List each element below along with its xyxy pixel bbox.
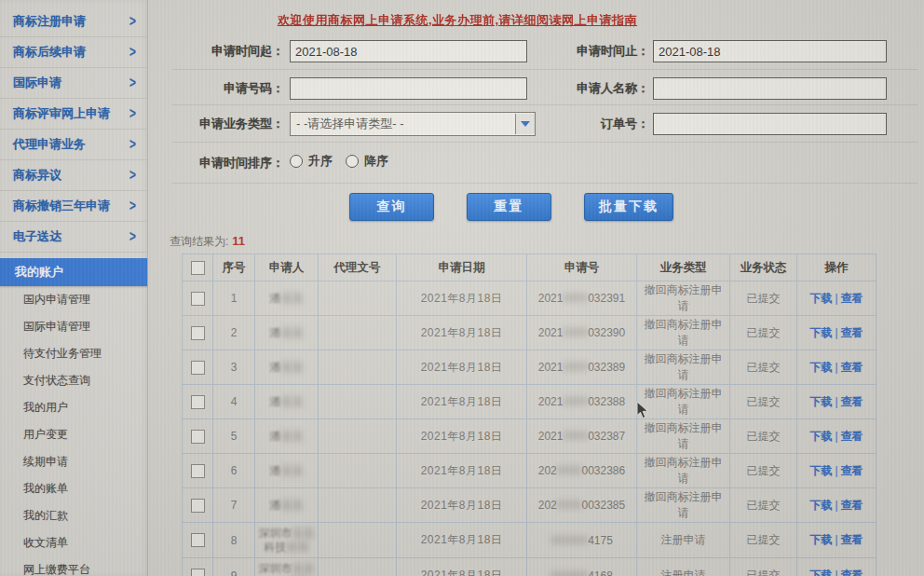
row-checkbox[interactable] — [191, 533, 205, 547]
applicant-redacted-text: 某某 — [281, 430, 304, 443]
view-link[interactable]: 查看 — [841, 361, 863, 374]
sidebar-sub-item[interactable]: 收文清单 — [0, 529, 147, 556]
batch-download-button[interactable]: 批量下载 — [584, 193, 673, 221]
download-link[interactable]: 下载 — [809, 430, 832, 443]
application-number-suffix: 4168 — [588, 569, 613, 576]
row-business-type: 撤回商标注册申请 — [637, 350, 730, 385]
application-number-redacted: 0000 — [563, 326, 588, 339]
download-link[interactable]: 下载 — [809, 533, 832, 546]
row-agent-number — [319, 350, 397, 385]
sidebar-sub-item[interactable]: 国内申请管理 — [0, 286, 147, 313]
sidebar-sub-item[interactable]: 我的用户 — [0, 394, 147, 421]
dropdown-arrow-icon[interactable] — [515, 114, 535, 134]
applicant-redacted-text: 某某 — [292, 562, 315, 575]
row-application-date: 2021年8月18日 — [397, 454, 527, 488]
sidebar-item[interactable]: 电子送达> — [0, 222, 147, 253]
row-applicant: 潘某某 — [255, 419, 319, 454]
application-number-prefix: 2021 — [538, 430, 564, 443]
reset-button[interactable]: 重置 — [467, 193, 551, 221]
view-link[interactable]: 查看 — [841, 499, 863, 512]
sidebar-sub-item[interactable]: 续期申请 — [0, 448, 147, 475]
download-link[interactable]: 下载 — [809, 395, 832, 408]
row-business-status: 已提交 — [730, 316, 797, 350]
select-all-checkbox[interactable] — [191, 261, 205, 275]
view-link[interactable]: 查看 — [841, 326, 863, 339]
sidebar-sub-item[interactable]: 网上缴费平台 — [0, 556, 147, 576]
application-number-prefix: 2021 — [538, 395, 564, 408]
download-link[interactable]: 下载 — [809, 569, 832, 576]
row-checkbox[interactable] — [191, 499, 205, 513]
row-application-number: 20210000032388 — [527, 385, 637, 419]
row-business-status: 已提交 — [730, 281, 797, 316]
row-business-type: 撤回商标注册申请 — [637, 385, 730, 419]
table-row: 1潘某某2021年8月18日20210000032391撤回商标注册申请已提交下… — [183, 281, 876, 316]
date-from-input[interactable] — [290, 40, 527, 62]
sidebar-item[interactable]: 商标后续申请> — [0, 37, 147, 68]
download-link[interactable]: 下载 — [809, 326, 832, 339]
sidebar: 商标注册申请>商标后续申请>国际申请>商标评审网上申请>代理申请业务>商标异议>… — [0, 0, 148, 576]
row-checkbox[interactable] — [191, 326, 205, 340]
sidebar-sub-item[interactable]: 我的账单 — [0, 475, 147, 502]
row-checkbox-cell — [183, 316, 213, 350]
sidebar-item[interactable]: 商标异议> — [0, 160, 147, 191]
application-number-redacted: 0000 — [563, 395, 588, 408]
row-checkbox[interactable] — [191, 361, 205, 375]
view-link[interactable]: 查看 — [841, 395, 863, 408]
view-link[interactable]: 查看 — [841, 569, 863, 576]
view-link[interactable]: 查看 — [841, 533, 863, 546]
sidebar-item[interactable]: 商标注册申请> — [0, 7, 147, 37]
download-link[interactable]: 下载 — [809, 499, 832, 512]
application-number-prefix: 202 — [538, 499, 557, 512]
date-to-input[interactable] — [653, 40, 887, 62]
view-link[interactable]: 查看 — [841, 292, 863, 305]
sidebar-item[interactable]: 商标撤销三年申请> — [0, 191, 147, 222]
sidebar-item[interactable]: 商标评审网上申请> — [0, 99, 147, 130]
sidebar-item-label: 代理申请业务 — [13, 130, 86, 159]
row-operations: 下载|查看 — [797, 558, 876, 576]
business-type-select[interactable]: - -请选择申请类型- - — [290, 112, 536, 136]
sidebar-sub-item[interactable]: 待支付业务管理 — [0, 340, 147, 367]
sidebar-sub-item[interactable]: 我的汇款 — [0, 502, 147, 529]
row-checkbox[interactable] — [191, 464, 205, 478]
view-link[interactable]: 查看 — [841, 464, 863, 477]
query-button[interactable]: 查询 — [349, 193, 434, 221]
row-checkbox[interactable] — [191, 430, 205, 444]
sidebar-item-my-account[interactable]: 我的账户 — [0, 258, 147, 286]
row-checkbox[interactable] — [191, 395, 205, 409]
row-application-date: 2021年8月18日 — [397, 523, 527, 558]
sort-ascending-label: 升序 — [308, 153, 333, 170]
row-checkbox[interactable] — [191, 292, 205, 306]
table-header-row: 序号申请人代理文号申请日期申请号业务类型业务状态操作 — [183, 254, 876, 281]
sidebar-sub-item[interactable]: 国际申请管理 — [0, 313, 147, 340]
applicant-redacted-text: 某某 — [281, 395, 304, 408]
row-operations: 下载|查看 — [797, 281, 876, 316]
sort-descending-radio[interactable] — [346, 155, 359, 168]
row-seq: 7 — [213, 488, 255, 523]
application-number-prefix: 2021 — [538, 326, 564, 339]
download-link[interactable]: 下载 — [809, 361, 832, 374]
applicant-visible-text: 科技 — [265, 541, 287, 554]
row-agent-number — [319, 488, 397, 523]
applicant-visible-text: 潘 — [270, 430, 281, 443]
row-business-status: 已提交 — [730, 488, 797, 523]
sort-descending-label: 降序 — [364, 153, 388, 170]
sort-ascending-radio[interactable] — [290, 155, 303, 168]
sort-order-label: 申请时间排序： — [172, 155, 284, 171]
row-seq: 1 — [213, 281, 255, 316]
sidebar-item[interactable]: 代理申请业务> — [0, 130, 147, 160]
applicant-redacted-text: 某某 — [281, 464, 304, 477]
sidebar-item[interactable]: 国际申请> — [0, 68, 147, 99]
order-number-input[interactable] — [653, 113, 887, 135]
view-link[interactable]: 查看 — [841, 430, 863, 443]
sidebar-sub-item[interactable]: 用户变更 — [0, 421, 147, 448]
download-link[interactable]: 下载 — [809, 464, 832, 477]
sidebar-sub-item[interactable]: 支付状态查询 — [0, 367, 147, 394]
applicant-redacted-text: 某某 — [292, 527, 315, 540]
operation-separator: | — [835, 326, 837, 339]
applicant-name-input[interactable] — [653, 77, 887, 100]
row-checkbox[interactable] — [191, 569, 205, 576]
row-applicant: 深圳市某某科技有限 — [255, 523, 319, 558]
application-number-input[interactable] — [290, 77, 527, 100]
download-link[interactable]: 下载 — [809, 292, 832, 305]
applicant-name-line: 潘某某 — [257, 499, 316, 513]
